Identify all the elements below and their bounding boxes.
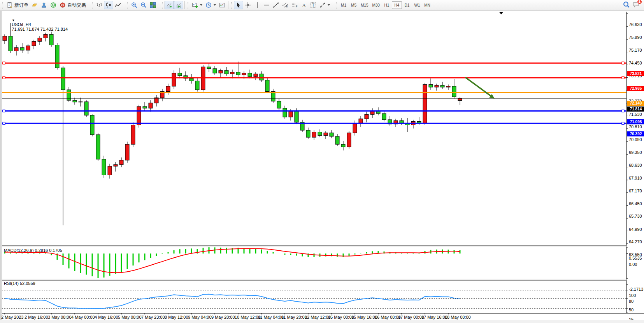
new-order-button-label: 新订单 (14, 2, 28, 9)
macd-axis-label: 0.5535 (629, 256, 642, 260)
market-watch-icon-button[interactable] (39, 1, 49, 9)
toolbar-separator (124, 1, 124, 9)
hline-price-label: 72.149 (627, 101, 644, 106)
signal-icon-button[interactable] (49, 1, 58, 9)
price-tick-label: 70.090 (629, 137, 642, 142)
chat-icon[interactable]: 1 (633, 1, 639, 9)
chartshift-icon (175, 2, 182, 8)
toolbar-drag-handle[interactable] (126, 2, 128, 9)
date-tick-label: 15 May 16:00 (351, 315, 377, 320)
zoom-in-button[interactable] (130, 1, 139, 9)
crosshair-button[interactable] (243, 1, 253, 9)
date-tick-label: 16 May 08:00 (375, 315, 401, 320)
tile-windows-button[interactable] (148, 1, 158, 9)
toolbar-drag-handle[interactable] (335, 2, 337, 9)
status-strip (0, 320, 644, 323)
gold-icon (32, 2, 38, 8)
date-tick-label: 2 May 16:00 (25, 315, 48, 320)
timeframe-button-d1[interactable]: D1 (402, 1, 412, 9)
indicators-button[interactable] (218, 1, 227, 9)
timeframe-button-h1[interactable]: H1 (382, 1, 392, 9)
text-button[interactable]: A (299, 1, 309, 9)
candlestick-chart-button[interactable] (104, 1, 113, 9)
price-tick-label: 71.530 (629, 112, 642, 117)
timeframe-button-h4[interactable]: H4 (392, 1, 402, 9)
toolbar-drag-handle[interactable] (231, 2, 233, 9)
arrows-icon (319, 2, 326, 8)
cursor-button[interactable] (234, 1, 243, 9)
price-tick-label: 65.730 (629, 214, 642, 218)
fibo-icon: F (291, 2, 298, 8)
toolbar-drag-handle[interactable] (91, 2, 93, 9)
autotrading-button[interactable]: 自动交易 (58, 1, 88, 9)
line-chart-button[interactable] (113, 1, 123, 9)
person-icon (41, 2, 47, 8)
price-tick-label: 64.990 (629, 227, 642, 232)
toolbar-drag-handle[interactable] (187, 2, 189, 9)
price-tick-label: 68.630 (629, 163, 642, 168)
chart-window[interactable]: ▼ USOil-,H4 71.691 71.874 71.432 71.814 … (0, 11, 644, 323)
timeframe-button-m1[interactable]: M1 (339, 1, 349, 9)
horizontal-line-button[interactable] (262, 1, 271, 9)
mt4-window: 新订单自动交易EFATM1M5M15M30H1H4D1W1MN1 ▼ USOil… (0, 0, 644, 323)
date-tick-label: 17 May 00:00 (398, 315, 424, 320)
toolbar-group (165, 0, 183, 10)
date-tick-label: 3 May 08:00 (48, 315, 72, 320)
bar-chart-button[interactable] (95, 1, 104, 9)
toolbar-drag-handle[interactable] (2, 2, 4, 9)
date-tick-label: 10 May 12:00 (235, 315, 261, 320)
new-order-button[interactable]: 新订单 (5, 1, 30, 9)
timeframe-button-mn[interactable]: MN (422, 1, 432, 9)
toolbar-separator (89, 1, 89, 9)
timeframe-button-m15[interactable]: M15 (359, 1, 370, 9)
new-chart-button[interactable] (190, 1, 204, 9)
chevron-down-icon[interactable] (214, 4, 216, 6)
period-clock-button[interactable] (204, 1, 218, 9)
toolbar-group: 新订单自动交易 (5, 0, 88, 10)
price-tick-label: 70.810 (629, 124, 642, 129)
timeframe-button-m30[interactable]: M30 (370, 1, 381, 9)
timeframe-button-w1[interactable]: W1 (412, 1, 422, 9)
autotrading-button-label: 自动交易 (67, 2, 86, 9)
pane-separator-macd[interactable] (2, 245, 626, 247)
candles-icon (105, 2, 112, 8)
zoom-out-button[interactable] (139, 1, 148, 9)
date-tick-label: 15 May 00:00 (328, 315, 354, 320)
fibonacci-button[interactable]: F (290, 1, 299, 9)
textT-icon: T (310, 2, 316, 8)
price-tick-label: 66.450 (629, 201, 642, 206)
toolbar-separator (333, 1, 333, 9)
chevron-down-icon[interactable] (200, 4, 202, 6)
price-tick-label: 67.170 (629, 189, 642, 193)
auto-scroll-button[interactable] (165, 1, 174, 9)
robot-icon (60, 2, 66, 8)
price-tick-label: 75.170 (629, 48, 642, 52)
toolbar-drag-handle[interactable] (161, 2, 163, 9)
date-tick-label: 5 May 08:00 (118, 315, 142, 320)
price-tick-label: 74.450 (629, 61, 642, 65)
hline-icon (263, 2, 270, 8)
svg-text:F: F (296, 5, 297, 8)
equidistant-channel-button[interactable]: E (281, 1, 290, 9)
date-tick-label: 9 May 20:00 (211, 315, 235, 320)
arrows-button[interactable] (318, 1, 332, 9)
notification-badge: 1 (637, 0, 642, 4)
signal-icon (50, 2, 56, 8)
timeframe-button-m5[interactable]: M5 (349, 1, 359, 9)
date-tick-label: 12 May 12:00 (305, 315, 331, 320)
vertical-line-button[interactable] (253, 1, 262, 9)
gold-wedge-icon-button[interactable] (30, 1, 39, 9)
search-icon[interactable] (623, 1, 630, 9)
trendline-button[interactable] (271, 1, 281, 9)
bars-icon (96, 2, 102, 8)
crosshair-icon (245, 2, 251, 8)
chevron-down-icon[interactable] (328, 4, 330, 6)
text-label-button[interactable]: T (309, 1, 318, 9)
pane-separator-rsi[interactable] (2, 279, 626, 281)
rsi-axis-label: 80 (629, 299, 633, 304)
chart-shift-button[interactable] (174, 1, 183, 9)
toolbar-separator (228, 1, 228, 9)
date-tick-label: 4 May 00:00 (71, 315, 95, 320)
vline-icon (254, 2, 260, 8)
chart-canvas[interactable] (0, 11, 644, 323)
